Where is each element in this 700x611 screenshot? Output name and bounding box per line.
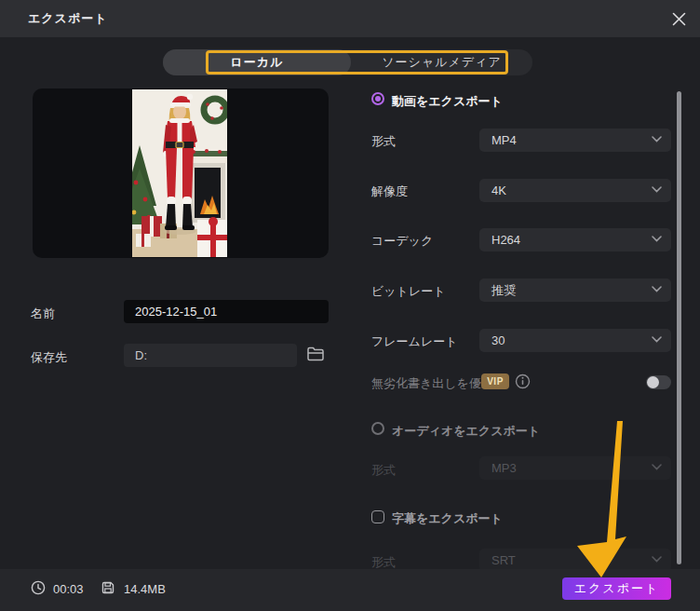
chevron-down-icon xyxy=(652,286,662,292)
info-icon[interactable] xyxy=(515,373,531,389)
duration-clock-icon xyxy=(31,580,46,595)
folder-browse-icon[interactable] xyxy=(306,346,325,362)
dialog-title: エクスポート xyxy=(28,0,108,37)
lossless-priority-label: 無劣化書き出しを優先 xyxy=(371,375,493,392)
duration-value: 00:03 xyxy=(53,582,84,596)
codec-dropdown[interactable]: H264 xyxy=(479,228,671,251)
framerate-label: フレームレート xyxy=(371,333,458,350)
resolution-value: 4K xyxy=(491,179,506,202)
scrollbar-thumb[interactable] xyxy=(677,91,681,564)
name-field-label: 名前 xyxy=(31,306,55,322)
destination-input[interactable] xyxy=(124,344,297,367)
chevron-down-icon xyxy=(652,556,662,563)
lossless-toggle[interactable] xyxy=(646,375,671,389)
tab-social-media[interactable]: ソーシャルメディア xyxy=(351,49,532,75)
preview-thumbnail xyxy=(132,89,227,257)
format-dropdown[interactable]: MP4 xyxy=(479,129,671,152)
audio-export-radio[interactable] xyxy=(371,422,384,435)
chevron-down-icon xyxy=(652,464,662,470)
audio-format-dropdown: MP3 xyxy=(479,456,671,480)
name-input[interactable] xyxy=(124,300,329,323)
export-button[interactable]: エクスポート xyxy=(562,577,671,600)
file-size-disk-icon xyxy=(101,580,115,595)
framerate-dropdown[interactable]: 30 xyxy=(479,329,671,352)
resolution-dropdown[interactable]: 4K xyxy=(479,179,671,202)
destination-field-label: 保存先 xyxy=(31,349,67,366)
format-label: 形式 xyxy=(371,133,396,150)
file-size-value: 14.4MB xyxy=(124,582,166,596)
chevron-down-icon xyxy=(652,336,662,343)
audio-format-value: MP3 xyxy=(491,456,517,480)
video-export-radio[interactable] xyxy=(371,92,384,105)
subtitle-export-checkbox[interactable] xyxy=(371,510,384,523)
audio-export-label: オーディオをエクスポート xyxy=(392,423,540,440)
bitrate-label: ビットレート xyxy=(371,283,446,300)
chevron-down-icon xyxy=(652,136,662,143)
bitrate-value: 推奨 xyxy=(491,278,516,302)
subtitle-export-label: 字幕をエクスポート xyxy=(392,510,503,527)
vip-badge: VIP xyxy=(481,373,509,389)
bitrate-dropdown[interactable]: 推奨 xyxy=(479,278,671,302)
codec-value: H264 xyxy=(491,228,520,251)
video-export-label: 動画をエクスポート xyxy=(392,93,503,110)
codec-label: コーデック xyxy=(371,233,433,250)
format-value: MP4 xyxy=(491,129,517,152)
resolution-label: 解像度 xyxy=(371,183,408,200)
audio-format-label: 形式 xyxy=(371,462,396,479)
chevron-down-icon xyxy=(652,236,662,242)
framerate-value: 30 xyxy=(491,329,505,352)
toggle-knob xyxy=(647,376,659,388)
tab-local[interactable]: ローカル xyxy=(163,49,351,75)
chevron-down-icon xyxy=(652,186,662,193)
close-icon[interactable] xyxy=(672,12,686,26)
